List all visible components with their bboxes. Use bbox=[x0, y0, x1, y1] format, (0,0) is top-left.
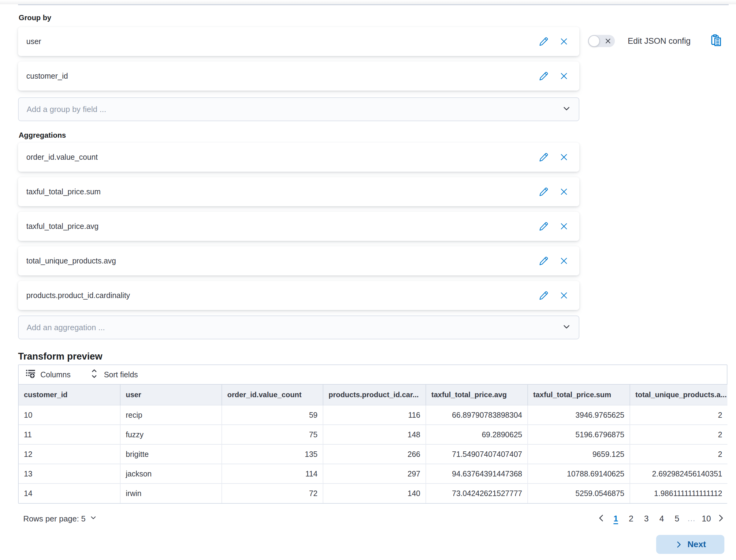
edit-json-toggle[interactable] bbox=[588, 35, 615, 47]
group-by-field-name: customer_id bbox=[26, 72, 538, 80]
edit-pencil-icon[interactable] bbox=[538, 71, 549, 81]
table-cell: irwin bbox=[120, 483, 222, 503]
preview-toolbar: Columns Sort fields bbox=[19, 365, 727, 384]
column-header-taxful-total-price-avg[interactable]: taxful_total_price.avg bbox=[426, 384, 528, 405]
table-cell: 14 bbox=[19, 483, 120, 503]
table-row: 14irwin7214073.042426215277775259.054687… bbox=[19, 483, 727, 503]
table-cell: 2 bbox=[630, 405, 727, 425]
pagination-page-2[interactable]: 2 bbox=[623, 511, 639, 526]
preview-header-row: customer_iduserorder_id.value_countprodu… bbox=[19, 384, 727, 405]
table-cell: 13 bbox=[19, 464, 120, 483]
remove-x-icon[interactable] bbox=[558, 256, 569, 266]
aggregation-field-card: taxful_total_price.sum bbox=[18, 177, 579, 206]
aggregations-label: Aggregations bbox=[19, 131, 579, 140]
aggregation-field-name: taxful_total_price.avg bbox=[26, 222, 538, 231]
table-cell: fuzzy bbox=[120, 425, 222, 444]
remove-x-icon[interactable] bbox=[558, 152, 569, 162]
aggregation-add-select[interactable]: Add an aggregation ... bbox=[18, 315, 579, 339]
pagination-page-10[interactable]: 10 bbox=[699, 511, 714, 526]
table-cell: jackson bbox=[120, 464, 222, 483]
chevron-down-icon bbox=[562, 322, 571, 333]
aggregation-field-card: total_unique_products.avg bbox=[18, 246, 579, 275]
table-cell: 94.63764391447368 bbox=[426, 464, 528, 483]
table-cell: 2.692982456140351 bbox=[630, 464, 727, 483]
aggregation-list: order_id.value_counttaxful_total_price.s… bbox=[18, 143, 579, 310]
toggle-off-x-icon bbox=[604, 38, 611, 45]
columns-list-add-icon bbox=[25, 368, 36, 381]
edit-pencil-icon[interactable] bbox=[538, 187, 549, 197]
table-cell: 297 bbox=[323, 464, 426, 483]
clipboard-copy-icon bbox=[710, 34, 723, 48]
edit-json-config-label: Edit JSON config bbox=[628, 36, 691, 46]
group-by-add-placeholder: Add a group by field ... bbox=[27, 105, 106, 114]
table-cell: 148 bbox=[323, 425, 426, 444]
table-row: 11fuzzy7514869.28906255196.67968752 bbox=[19, 425, 727, 444]
edit-pencil-icon[interactable] bbox=[538, 290, 549, 301]
column-header-taxful-total-price-sum[interactable]: taxful_total_price.sum bbox=[528, 384, 630, 405]
pagination: 12345...10 bbox=[595, 511, 727, 526]
sort-fields-button[interactable]: Sort fields bbox=[89, 368, 138, 381]
aggregation-add-placeholder: Add an aggregation ... bbox=[27, 323, 105, 332]
column-header-total-unique-products-a[interactable]: total_unique_products.a... bbox=[630, 384, 727, 405]
chevron-right-icon bbox=[674, 540, 683, 549]
table-cell: 11 bbox=[19, 425, 120, 444]
remove-x-icon[interactable] bbox=[558, 187, 569, 197]
next-step-button[interactable]: Next bbox=[656, 535, 724, 554]
table-cell: 10 bbox=[19, 405, 120, 425]
top-scroll-shadow bbox=[0, 0, 736, 4]
rows-per-page-button[interactable]: Rows per page: 5 bbox=[18, 514, 97, 524]
table-row: 10recip5911666.897907838983043946.976562… bbox=[19, 405, 727, 425]
group-by-list: usercustomer_id bbox=[18, 27, 579, 91]
card-actions bbox=[538, 290, 572, 301]
table-cell: 69.2890625 bbox=[426, 425, 528, 444]
edit-pencil-icon[interactable] bbox=[538, 256, 549, 266]
table-cell: 140 bbox=[323, 483, 426, 503]
columns-button-label: Columns bbox=[40, 370, 71, 379]
pagination-ellipsis: ... bbox=[685, 514, 699, 523]
rows-per-page-label: Rows per page: 5 bbox=[23, 514, 86, 524]
aggregation-field-name: total_unique_products.avg bbox=[26, 256, 538, 265]
table-cell: 73.04242621527777 bbox=[426, 483, 528, 503]
previous-page-button[interactable] bbox=[595, 511, 608, 526]
preview-title: Transform preview bbox=[18, 351, 727, 362]
aggregation-field-card: order_id.value_count bbox=[18, 143, 579, 172]
column-header-user[interactable]: user bbox=[120, 384, 222, 405]
sort-fields-button-label: Sort fields bbox=[104, 370, 138, 379]
transform-preview-table: Columns Sort fields customer_iduserorder… bbox=[18, 364, 727, 504]
copy-config-button[interactable] bbox=[710, 34, 723, 48]
table-cell: 1.9861111111111112 bbox=[630, 483, 727, 503]
edit-pencil-icon[interactable] bbox=[538, 152, 549, 162]
columns-button[interactable]: Columns bbox=[25, 368, 71, 381]
remove-x-icon[interactable] bbox=[558, 290, 569, 301]
table-cell: 10788.69140625 bbox=[528, 464, 630, 483]
card-actions bbox=[538, 221, 572, 232]
table-cell: 9659.125 bbox=[528, 444, 630, 464]
aggregation-field-name: order_id.value_count bbox=[26, 153, 538, 162]
preview-data-grid: customer_iduserorder_id.value_countprodu… bbox=[19, 384, 727, 503]
pagination-page-5[interactable]: 5 bbox=[669, 511, 685, 526]
remove-x-icon[interactable] bbox=[558, 71, 569, 81]
pagination-page-1[interactable]: 1 bbox=[608, 511, 623, 526]
table-cell: 116 bbox=[323, 405, 426, 425]
table-cell: 5259.0546875 bbox=[528, 483, 630, 503]
edit-pencil-icon[interactable] bbox=[538, 221, 549, 232]
table-cell: 71.54907407407407 bbox=[426, 444, 528, 464]
card-actions bbox=[538, 71, 572, 81]
card-actions bbox=[538, 256, 572, 266]
column-header-order-id-value-count[interactable]: order_id.value_count bbox=[222, 384, 323, 405]
column-header-products-product-id-car[interactable]: products.product_id.car... bbox=[323, 384, 426, 405]
pagination-page-3[interactable]: 3 bbox=[639, 511, 654, 526]
pagination-pages: 12345...10 bbox=[608, 511, 714, 526]
edit-pencil-icon[interactable] bbox=[538, 36, 549, 47]
next-page-button[interactable] bbox=[714, 511, 727, 526]
aggregation-field-card: products.product_id.cardinality bbox=[18, 281, 579, 310]
remove-x-icon[interactable] bbox=[558, 221, 569, 232]
column-header-customer-id[interactable]: customer_id bbox=[19, 384, 120, 405]
table-cell: 12 bbox=[19, 444, 120, 464]
group-by-add-select[interactable]: Add a group by field ... bbox=[18, 97, 579, 121]
table-cell: 266 bbox=[323, 444, 426, 464]
chevron-right-icon bbox=[716, 513, 725, 524]
pagination-page-4[interactable]: 4 bbox=[654, 511, 669, 526]
table-cell: 75 bbox=[222, 425, 323, 444]
remove-x-icon[interactable] bbox=[558, 36, 569, 47]
